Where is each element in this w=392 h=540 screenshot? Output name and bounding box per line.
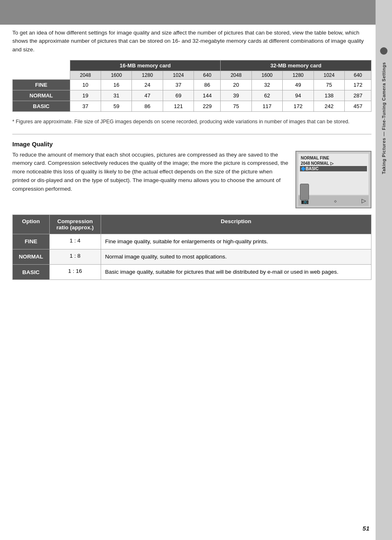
iq-normalfine-label: NORMAL FINE	[301, 156, 329, 160]
memory-cell-normal-9: 287	[345, 90, 371, 101]
option-ratio-normal: 1 : 8	[49, 249, 101, 264]
size-640-16: 640	[194, 71, 221, 79]
memory-cell-basic-6: 117	[251, 101, 282, 111]
top-bar	[0, 0, 392, 25]
option-label-basic: BASIC	[13, 265, 50, 280]
memory-cell-fine-1: 16	[101, 79, 132, 90]
memory-table-32mb-header: 32-MB memory card	[221, 60, 371, 71]
option-description-basic: Basic image quality, suitable for pictur…	[101, 265, 371, 280]
iq-screen: NORMAL FINE 2048 NORMAL ▷ 🔷 BASIC 📷	[295, 151, 371, 208]
size-640-32: 640	[345, 71, 371, 79]
divider-line	[12, 134, 371, 134]
memory-cell-normal-2: 47	[132, 90, 163, 101]
sidebar-separator: —	[381, 132, 386, 136]
memory-cell-basic-3: 121	[163, 101, 194, 111]
memory-cell-normal-5: 39	[221, 90, 251, 101]
iq-menu-2048normal: 2048 NORMAL ▷	[300, 161, 367, 166]
size-1600-16: 1600	[101, 71, 132, 79]
size-1600-32: 1600	[251, 71, 282, 79]
footnote: * Figures are approximate. File size of …	[12, 118, 371, 126]
image-quality-layout: To reduce the amount of memory that each…	[12, 151, 371, 208]
option-description-normal: Normal image quality, suited to most app…	[101, 249, 371, 264]
size-2048-32: 2048	[221, 71, 251, 79]
memory-cell-basic-0: 37	[70, 101, 101, 111]
size-1024-32: 1024	[314, 71, 344, 79]
memory-cell-fine-2: 24	[132, 79, 163, 90]
main-content: To get an idea of how different settings…	[12, 25, 371, 280]
iq-screen-inner: NORMAL FINE 2048 NORMAL ▷ 🔷 BASIC	[298, 154, 369, 195]
iq-2048normal-label: 2048 NORMAL ▷	[301, 161, 334, 166]
option-label-normal: NORMAL	[13, 249, 50, 264]
sidebar-text: Taking Pictures — Fine-Tuning Camera Set…	[381, 62, 386, 174]
memory-cell-normal-0: 19	[70, 90, 101, 101]
memory-table-16mb-header: 16-MB memory card	[70, 60, 221, 71]
memory-table: 16-MB memory card 32-MB memory card 2048…	[12, 60, 371, 112]
sidebar-dot	[380, 47, 387, 55]
memory-cell-basic-1: 59	[101, 101, 132, 111]
memory-cell-basic-9: 457	[345, 101, 371, 111]
image-quality-title: Image Quality	[12, 141, 371, 148]
memory-cell-fine-6: 32	[251, 79, 282, 90]
size-1280-32: 1280	[283, 71, 314, 79]
size-1024-16: 1024	[163, 71, 194, 79]
option-ratio-fine: 1 : 4	[49, 234, 101, 249]
memory-cell-basic-5: 75	[221, 101, 251, 111]
memory-cell-fine-5: 20	[221, 79, 251, 90]
intro-paragraph: To get an idea of how different settings…	[12, 29, 371, 54]
option-label-fine: FINE	[13, 234, 50, 249]
memory-cell-basic-4: 229	[194, 101, 221, 111]
options-table: Option Compressionratio (approx.) Descri…	[12, 215, 371, 280]
sidebar-text2: Fine-Tuning Camera Settings	[381, 62, 386, 130]
iq-menu-basic: 🔷 BASIC	[300, 166, 367, 171]
memory-row-label-fine: FINE	[13, 79, 70, 90]
memory-cell-fine-9: 172	[345, 79, 371, 90]
options-header-compression: Compressionratio (approx.)	[49, 215, 101, 234]
memory-cell-normal-7: 94	[283, 90, 314, 101]
memory-cell-fine-7: 49	[283, 79, 314, 90]
options-header-option: Option	[13, 215, 50, 234]
memory-cell-fine-8: 75	[314, 79, 344, 90]
iq-camera-icon: 🔷	[301, 166, 306, 171]
options-header-description: Description	[101, 215, 371, 234]
memory-cell-fine-4: 86	[194, 79, 221, 90]
memory-table-empty-header	[13, 60, 70, 71]
memory-cell-normal-3: 69	[163, 90, 194, 101]
image-quality-text: To reduce the amount of memory that each…	[12, 151, 289, 208]
memory-cell-normal-6: 62	[251, 90, 282, 101]
memory-cell-basic-8: 242	[314, 101, 344, 111]
memory-row-label-normal: NORMAL	[13, 90, 70, 101]
option-description-fine: Fine image quality, suitable for enlarge…	[101, 234, 371, 249]
memory-cell-fine-3: 37	[163, 79, 194, 90]
size-1280-16: 1280	[132, 71, 163, 79]
iq-menu-normalfine: NORMAL FINE	[300, 155, 367, 161]
memory-cell-basic-7: 172	[283, 101, 314, 111]
memory-row-label-basic: BASIC	[13, 101, 70, 111]
memory-cell-normal-4: 144	[194, 90, 221, 101]
size-2048-16: 2048	[70, 71, 101, 79]
memory-cell-normal-8: 138	[314, 90, 344, 101]
memory-cell-normal-1: 31	[101, 90, 132, 101]
page-container: Taking Pictures — Fine-Tuning Camera Set…	[0, 0, 392, 540]
memory-table-empty-sub	[13, 71, 70, 79]
page-number: 51	[362, 525, 369, 532]
right-sidebar: Taking Pictures — Fine-Tuning Camera Set…	[376, 0, 392, 540]
option-ratio-basic: 1 : 16	[49, 265, 101, 280]
memory-cell-fine-0: 10	[70, 79, 101, 90]
sidebar-text1: Taking Pictures	[381, 138, 386, 174]
memory-cell-basic-2: 86	[132, 101, 163, 111]
iq-basic-label: BASIC	[306, 166, 318, 171]
